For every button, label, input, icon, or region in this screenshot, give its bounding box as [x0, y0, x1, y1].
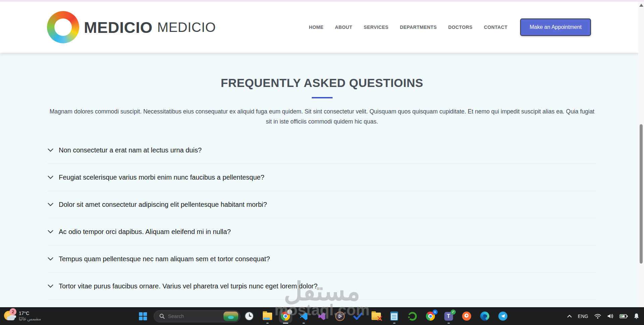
chevron-down-icon — [48, 203, 53, 206]
vscode-icon[interactable] — [299, 311, 309, 321]
weather-widget[interactable]: 2 17°C مشمس غالبًا — [4, 307, 41, 325]
faq-question: Feugiat scelerisque varius morbi enim nu… — [59, 174, 264, 181]
nav-item-departments[interactable]: DEPARTMENTS — [400, 25, 437, 30]
battery-icon[interactable] — [620, 314, 628, 319]
todo-check-icon[interactable] — [353, 311, 363, 321]
file-explorer-icon[interactable] — [262, 311, 273, 321]
faq-item[interactable]: Feugiat scelerisque varius morbi enim nu… — [48, 164, 596, 191]
notification-count-badge: 2 — [9, 308, 16, 315]
page-scrollbar — [638, 2, 644, 307]
volume-icon[interactable] — [607, 313, 614, 319]
notepad-icon[interactable] — [389, 311, 399, 321]
media-player-icon[interactable] — [335, 311, 345, 321]
weather-condition: مشمس غالبًا — [19, 316, 41, 322]
green-ring-icon[interactable] — [407, 311, 417, 321]
chrome-icon[interactable] — [281, 311, 291, 321]
chevron-down-icon — [48, 284, 53, 288]
faq-question: Ac odio tempor orci dapibus. Aliquam ele… — [59, 228, 231, 236]
faq-item[interactable]: Tempus quam pellentesque nec nam aliquam… — [48, 245, 596, 273]
faq-question: Non consectetur a erat nam at lectus urn… — [59, 146, 202, 154]
faq-section: FREQUENTLY ASKED QUESTIOINS Magnam dolor… — [0, 53, 644, 307]
faq-item[interactable]: Ac odio tempor orci dapibus. Aliquam ele… — [48, 218, 596, 245]
site-logo[interactable]: MEDICIO MEDICIO — [47, 11, 216, 43]
site-header: MEDICIO MEDICIO HOME ABOUT SERVICES DEPA… — [0, 2, 644, 53]
system-tray: ENG — [567, 307, 639, 325]
chevron-down-icon — [48, 257, 53, 261]
scrollbar-up-arrow[interactable] — [639, 4, 643, 7]
telegram-icon[interactable] — [498, 311, 508, 321]
browser-top-strip — [0, 0, 644, 2]
windows-taskbar: 2 17°C مشمس غالبًا — [0, 307, 644, 325]
search-icon — [159, 314, 165, 319]
taskbar-center-cluster: a T ✓ — [136, 310, 508, 323]
faq-question: Tortor vitae purus faucibus ornare. Vari… — [59, 282, 317, 290]
teams-presence-badge: ✓ — [451, 310, 456, 315]
clock-icon[interactable] — [244, 311, 254, 321]
chevron-down-icon — [48, 176, 53, 179]
notification-bell-icon[interactable] — [634, 313, 639, 319]
weather-temp: 17°C — [19, 311, 41, 316]
chrome-profile-icon[interactable]: a — [426, 311, 436, 321]
faq-item[interactable]: Non consectetur a erat nam at lectus urn… — [48, 137, 596, 164]
medicio-ring-logo-icon — [47, 11, 79, 43]
language-indicator[interactable]: ENG — [578, 314, 588, 319]
windows-logo-icon — [139, 312, 147, 320]
chevron-down-icon — [48, 230, 53, 233]
nav-item-about[interactable]: ABOUT — [335, 25, 352, 30]
tools-folder-icon[interactable] — [371, 311, 381, 321]
teams-icon[interactable]: T ✓ — [444, 311, 454, 321]
taskbar-app-icons: a T ✓ — [244, 311, 508, 321]
title-underline — [312, 97, 333, 98]
logo-text-bold: MEDICIO — [84, 18, 153, 37]
chrome-avatar-badge — [287, 309, 292, 315]
nav-item-contact[interactable]: CONTACT — [484, 25, 507, 30]
weather-sun-cloud-icon: 2 — [4, 310, 16, 322]
tray-chevron-up-icon[interactable] — [567, 315, 572, 318]
taskbar-search[interactable] — [154, 310, 240, 322]
faq-question: Tempus quam pellentesque nec nam aliquam… — [59, 255, 270, 263]
faq-item[interactable]: Dolor sit amet consectetur adipiscing el… — [48, 191, 596, 218]
nav-item-services[interactable]: SERVICES — [364, 25, 389, 30]
chrome-profile-badge: a — [433, 310, 438, 315]
faq-item[interactable]: Tortor vitae purus faucibus ornare. Vari… — [48, 273, 596, 300]
main-nav: HOME ABOUT SERVICES DEPARTMENTS DOCTORS … — [309, 25, 507, 30]
chevron-down-icon — [48, 148, 53, 152]
make-appointment-button[interactable]: Make an Appointment — [520, 18, 591, 36]
page-title: FREQUENTLY ASKED QUESTIOINS — [0, 76, 644, 90]
search-input[interactable] — [168, 313, 220, 319]
section-intro: Magnam dolores commodi suscipit. Necessi… — [47, 106, 597, 127]
nav-item-home[interactable]: HOME — [309, 25, 324, 30]
edge-icon[interactable] — [480, 311, 490, 321]
scrollbar-thumb[interactable] — [640, 124, 643, 264]
wifi-icon[interactable] — [594, 313, 601, 319]
bing-daily-image[interactable] — [224, 312, 238, 321]
faq-question: Dolor sit amet consectetur adipiscing el… — [59, 201, 267, 208]
nav-item-doctors[interactable]: DOCTORS — [448, 25, 473, 30]
start-button[interactable] — [136, 310, 150, 323]
postman-icon[interactable] — [462, 311, 472, 321]
faq-list: Non consectetur a erat nam at lectus urn… — [48, 137, 596, 300]
visual-studio-icon[interactable] — [317, 311, 327, 321]
logo-text-light: MEDICIO — [157, 20, 216, 35]
